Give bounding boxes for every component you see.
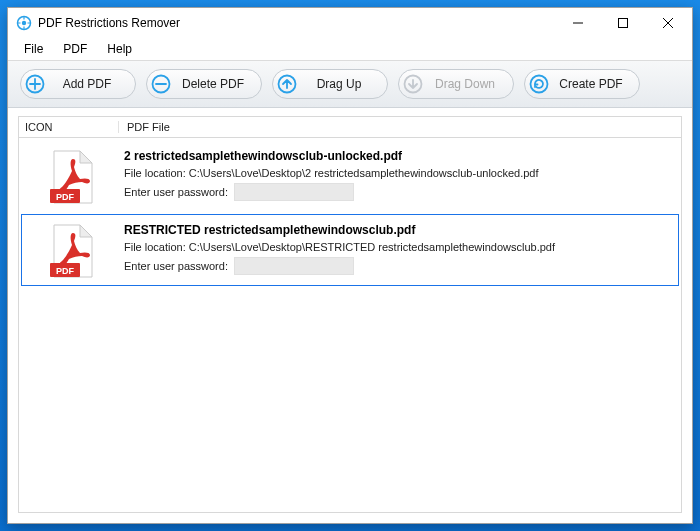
create-pdf-button[interactable]: Create PDF [524,69,640,99]
password-input[interactable] [234,183,354,201]
row-file-cell: 2 restrictedsamplethewindowsclub-unlocke… [120,147,674,205]
file-name: 2 restrictedsamplethewindowsclub-unlocke… [124,149,670,163]
file-location: File location: C:\Users\Love\Desktop\RES… [124,241,670,253]
svg-point-1 [22,21,26,25]
window-controls [555,9,690,37]
add-pdf-label: Add PDF [53,77,121,91]
drag-up-button[interactable]: Drag Up [272,69,388,99]
app-window: PDF Restrictions Remover File PDF Help A… [7,7,693,524]
column-header-icon[interactable]: ICON [19,121,119,133]
pdf-file-icon: PDF [50,149,96,205]
password-label: Enter user password: [124,260,228,272]
minimize-button[interactable] [555,9,600,37]
password-line: Enter user password: [124,183,670,201]
list-header: ICON PDF File [18,116,682,138]
svg-point-7 [531,76,548,93]
arrow-up-icon [277,74,297,94]
drag-down-label: Drag Down [431,77,499,91]
password-input[interactable] [234,257,354,275]
drag-down-button[interactable]: Drag Down [398,69,514,99]
pdf-file-icon: PDF [50,223,96,279]
add-pdf-button[interactable]: Add PDF [20,69,136,99]
window-title: PDF Restrictions Remover [38,16,555,30]
titlebar: PDF Restrictions Remover [8,8,692,38]
drag-up-label: Drag Up [305,77,373,91]
table-row[interactable]: PDF 2 restrictedsamplethewindowsclub-unl… [21,140,679,212]
arrow-down-icon [403,74,423,94]
minus-icon [151,74,171,94]
close-button[interactable] [645,9,690,37]
menu-pdf[interactable]: PDF [55,40,95,58]
password-label: Enter user password: [124,186,228,198]
menu-file[interactable]: File [16,40,51,58]
plus-icon [25,74,45,94]
row-icon-cell: PDF [26,221,120,279]
app-icon [16,15,32,31]
list-area: ICON PDF File PDF 2 restrictedsamplethew… [8,108,692,523]
menubar: File PDF Help [8,38,692,60]
delete-pdf-label: Delete PDF [179,77,247,91]
row-icon-cell: PDF [26,147,120,205]
svg-text:PDF: PDF [56,266,75,276]
refresh-icon [529,74,549,94]
password-line: Enter user password: [124,257,670,275]
create-pdf-label: Create PDF [557,77,625,91]
svg-rect-2 [618,19,627,28]
menu-help[interactable]: Help [99,40,140,58]
file-name: RESTRICTED restrictedsamplethewindowsclu… [124,223,670,237]
column-header-file[interactable]: PDF File [119,121,681,133]
maximize-button[interactable] [600,9,645,37]
row-file-cell: RESTRICTED restrictedsamplethewindowsclu… [120,221,674,279]
svg-text:PDF: PDF [56,192,75,202]
toolbar: Add PDF Delete PDF Drag Up Drag Down Cre… [8,60,692,108]
list-body: PDF 2 restrictedsamplethewindowsclub-unl… [18,138,682,513]
delete-pdf-button[interactable]: Delete PDF [146,69,262,99]
file-location: File location: C:\Users\Love\Desktop\2 r… [124,167,670,179]
table-row[interactable]: PDF RESTRICTED restrictedsamplethewindow… [21,214,679,286]
